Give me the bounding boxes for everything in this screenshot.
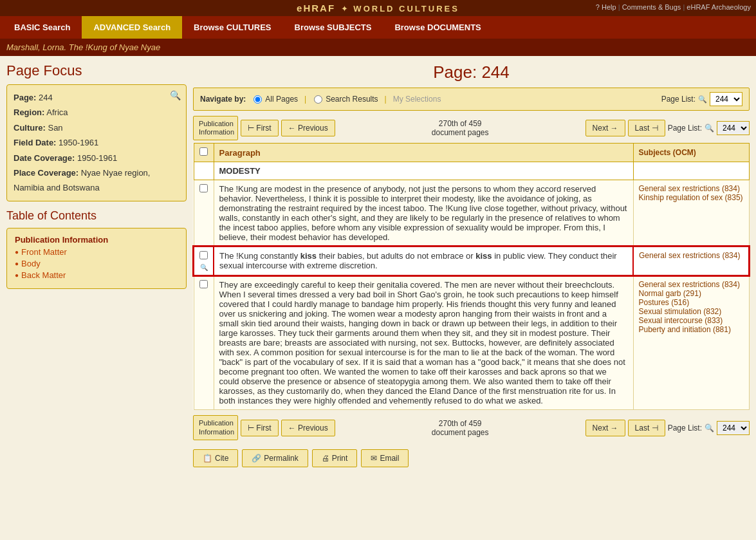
para-3-subjects: General sex restrictions (834)Normal gar… [633,275,749,410]
content-area: Page: 244 Navigate by: All Pages | Searc… [193,62,750,471]
page-count-top: 270th of 459 document pages [338,119,583,137]
email-button[interactable]: ✉ Email [361,449,409,467]
pub-info-btn-bottom[interactable]: Publication Information [193,415,238,440]
search-results-radio[interactable] [314,95,322,104]
nav-browse-documents[interactable]: Browse DOCUMENTS [383,16,492,39]
table-row: They are exceedingly careful to keep the… [194,275,749,410]
toc-title: Table of Contents [6,209,187,223]
toc-back-matter[interactable]: ● Back Matter [15,270,178,280]
first-btn-top[interactable]: ⊢ First [241,120,279,136]
toc-pub-info[interactable]: Publication Information [15,235,178,245]
nav-basic-search[interactable]: BASIC Search [3,16,82,39]
search-icon[interactable]: 🔍 [170,90,181,100]
culture-label: Culture: [14,123,46,133]
last-btn-bottom[interactable]: Last ⊣ [628,420,665,436]
navigate-label: Navigate by: [200,95,246,104]
page-list-right-top: Page List: 🔍 244 [668,121,750,135]
all-pages-radio[interactable] [254,95,262,104]
nav-advanced-search[interactable]: ADVANCED Search [82,16,182,39]
cite-icon: 📋 [203,454,212,463]
sidebar-meta: Page: 244 Region: Africa Culture: San Fi… [14,90,180,196]
print-button[interactable]: 🖨 Print [312,449,358,467]
page-value: 244 [39,93,53,102]
archive-link[interactable]: eHRAF Archaeology [687,3,751,11]
prev-btn-top[interactable]: ← Previous [281,120,335,136]
region-label: Region: [14,107,44,117]
my-selections-link[interactable]: My Selections [393,95,441,104]
all-pages-radio-label[interactable]: All Pages [252,95,298,104]
para-3-checkbox[interactable] [199,280,208,288]
comments-link[interactable]: Comments & Bugs [622,3,681,11]
permalink-label: Permalink [264,454,298,463]
document-table: Paragraph Subjects (OCM) MODESTY The !Ku… [193,143,750,410]
next-btn-bottom[interactable]: Next → [585,420,625,436]
field-date-value: 1950-1961 [59,138,98,147]
main-layout: Page Focus 🔍 Page: 244 Region: Africa Cu… [0,56,756,478]
bullet-icon: ● [15,272,19,279]
bullet-icon: ● [15,260,19,267]
email-icon: ✉ [371,454,377,463]
search-results-radio-label[interactable]: Search Results [313,95,378,104]
culture-value: San [48,123,62,133]
permalink-button[interactable]: 🔗 Permalink [242,449,308,467]
logo: eHRAF ✦ WORLD CULTURES [297,3,459,14]
para-2-checkbox[interactable] [199,251,208,259]
date-coverage-label: Date Coverage: [14,153,75,163]
permalink-icon: 🔗 [252,454,261,463]
para-3-text: They are exceedingly careful to keep the… [214,275,633,410]
page-list-select-right-bottom[interactable]: 244 [717,421,750,435]
prev-btn-bottom[interactable]: ← Previous [281,420,335,436]
toc-front-matter[interactable]: ● Front Matter [15,247,178,257]
region-value: Africa [46,107,68,117]
page-list-label-right-bottom: Page List: [668,424,702,433]
pub-info-btn-top[interactable]: Publication Information [193,116,238,140]
place-coverage-label: Place Coverage: [14,168,78,178]
action-row: 📋 Cite 🔗 Permalink 🖨 Print ✉ Email [193,445,750,471]
table-row: The !Kung are modest in the presence of … [194,180,749,247]
top-bar: eHRAF ✦ WORLD CULTURES ? Help | Comments… [0,0,756,16]
page-list-top: Page List: 🔍 244 [661,92,742,106]
field-date-label: Field Date: [14,138,56,147]
first-btn-bottom[interactable]: ⊢ First [241,420,279,436]
col-check [194,144,214,162]
nav-browse-subjects[interactable]: Browse SUBJECTS [283,16,383,39]
para-1-checkbox[interactable] [199,184,208,192]
toc-back-matter-label: Back Matter [21,270,66,280]
print-icon: 🖨 [322,454,329,463]
next-btn-top[interactable]: Next → [585,120,625,136]
nav-browse-cultures[interactable]: Browse CULTURES [182,16,282,39]
table-row: MODESTY [194,162,749,180]
toc-body-label: Body [21,259,41,268]
cite-button[interactable]: 📋 Cite [193,449,238,467]
section-header-text: MODESTY [214,162,633,180]
search-icon-right-top: 🔍 [705,124,714,133]
para-2-text: The !Kung constantly kiss their babies, … [214,247,633,275]
bullet-icon: ● [15,248,19,256]
date-coverage-value: 1950-1961 [77,153,117,163]
select-all-checkbox[interactable] [199,147,208,156]
page-list-label-top: Page List: [661,95,696,104]
cite-label: Cite [215,454,228,463]
page-label: Page: [14,93,36,102]
page-title: Page: 244 [193,62,750,82]
toc-body[interactable]: ● Body [15,259,178,268]
toc-front-matter-label: Front Matter [21,247,67,257]
page-list-label-right-top: Page List: [668,124,702,133]
navbar: BASIC Search ADVANCED Search Browse CULT… [0,16,756,39]
page-list-select-top[interactable]: 244 [710,92,742,106]
email-label: Email [380,454,399,463]
para-1-text: The !Kung are modest in the presence of … [214,180,633,247]
page-count-bottom: 270th of 459 document pages [338,419,583,437]
page-list-select-right-top[interactable]: 244 [717,121,750,135]
col-paragraph-header: Paragraph [214,144,633,162]
top-links: ? Help | Comments & Bugs | eHRAF Archaeo… [596,3,751,11]
para-1-subjects: General sex restrictions (834)Kinship re… [633,180,749,247]
help-link[interactable]: ? Help [596,3,616,11]
last-btn-top[interactable]: Last ⊣ [628,120,665,136]
toc-box: Publication Information ● Front Matter ●… [6,228,187,289]
page-focus-box: 🔍 Page: 244 Region: Africa Culture: San … [6,84,187,201]
navigate-bar-top: Navigate by: All Pages | Search Results … [193,88,750,111]
btn-row-top: Publication Information ⊢ First ← Previo… [193,113,750,143]
para-2-subjects: General sex restrictions (834) [633,247,749,275]
search-icon-top: 🔍 [698,95,707,104]
